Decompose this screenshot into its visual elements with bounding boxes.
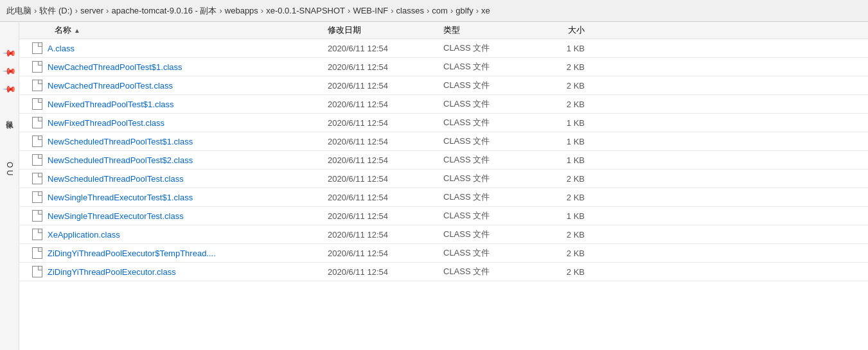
sort-arrow-icon: ▲	[74, 27, 80, 34]
file-date-cell: 2020/6/11 12:54	[328, 62, 443, 72]
file-name-cell: NewScheduledThreadPoolTest$2.class	[19, 154, 328, 166]
table-row[interactable]: NewFixedThreadPoolTest$1.class 2020/6/11…	[19, 95, 868, 113]
file-name-text: NewSingleThreadExecutorTest$1.class	[48, 193, 193, 202]
table-row[interactable]: NewScheduledThreadPoolTest$1.class 2020/…	[19, 132, 868, 150]
file-icon	[32, 173, 42, 184]
breadcrumb-sep: ›	[450, 6, 453, 15]
file-name-text: NewCachedThreadPoolTest.class	[48, 81, 173, 91]
breadcrumb-sep: ›	[427, 6, 429, 15]
file-name-text: NewScheduledThreadPoolTest$1.class	[48, 137, 193, 146]
main-container: 📌 📌 📌 鼠像 O U 名称 ▲ 修改日期 类型 大小	[0, 22, 868, 350]
breadcrumb-sep: ›	[75, 6, 78, 15]
pin-icon-3[interactable]: 📌	[2, 81, 17, 96]
file-type-cell: CLASS 文件	[443, 173, 533, 184]
breadcrumb-item[interactable]: xe-0.0.1-SNAPSHOT	[266, 6, 345, 15]
file-date-cell: 2020/6/11 12:54	[328, 81, 443, 91]
table-row[interactable]: NewCachedThreadPoolTest.class 2020/6/11 …	[19, 76, 868, 94]
file-type-cell: CLASS 文件	[443, 266, 533, 277]
file-type-cell: CLASS 文件	[443, 191, 533, 203]
file-name-cell: NewCachedThreadPoolTest.class	[19, 80, 328, 91]
table-row[interactable]: ZiDingYiThreadPoolExecutor.class 2020/6/…	[19, 263, 868, 281]
file-size-cell: 2 KB	[533, 230, 598, 240]
file-icon	[32, 136, 42, 147]
file-size-cell: 1 KB	[533, 155, 598, 165]
breadcrumb-item[interactable]: WEB-INF	[353, 6, 388, 15]
pin-icon-2[interactable]: 📌	[2, 63, 17, 78]
file-size-cell: 1 KB	[533, 44, 598, 53]
table-row[interactable]: NewFixedThreadPoolTest.class 2020/6/11 1…	[19, 114, 868, 132]
col-type-header[interactable]: 类型	[443, 24, 533, 36]
file-date-cell: 2020/6/11 12:54	[328, 267, 443, 277]
side-bottom-label: O U	[5, 162, 14, 175]
table-row[interactable]: NewScheduledThreadPoolTest.class 2020/6/…	[19, 170, 868, 188]
file-name-text: NewFixedThreadPoolTest.class	[48, 118, 164, 128]
file-date-cell: 2020/6/11 12:54	[328, 118, 443, 128]
breadcrumb-sep: ›	[391, 6, 393, 15]
breadcrumb-item[interactable]: gblfy	[456, 6, 473, 15]
file-name-cell: NewSingleThreadExecutorTest$1.class	[19, 191, 328, 203]
pin-icon[interactable]: 📌	[2, 45, 17, 60]
breadcrumb-item[interactable]: 此电脑	[6, 5, 31, 17]
file-name-text: NewSingleThreadExecutorTest.class	[48, 211, 184, 221]
breadcrumb-item[interactable]: com	[432, 6, 448, 15]
table-row[interactable]: NewSingleThreadExecutorTest$1.class 2020…	[19, 188, 868, 206]
file-type-cell: CLASS 文件	[443, 136, 533, 147]
table-row[interactable]: ZiDingYiThreadPoolExecutor$TempThread...…	[19, 244, 868, 262]
file-name-cell: ZiDingYiThreadPoolExecutor$TempThread...…	[19, 247, 328, 259]
table-row[interactable]: A.class 2020/6/11 12:54 CLASS 文件 1 KB	[19, 39, 868, 57]
file-name-cell: NewScheduledThreadPoolTest$1.class	[19, 136, 328, 147]
file-size-cell: 2 KB	[533, 174, 598, 184]
file-icon	[32, 42, 42, 54]
file-type-cell: CLASS 文件	[443, 154, 533, 166]
file-type-cell: CLASS 文件	[443, 210, 533, 222]
file-size-cell: 1 KB	[533, 137, 598, 146]
breadcrumb-sep: ›	[348, 6, 350, 15]
file-size-cell: 1 KB	[533, 118, 598, 128]
file-name-cell: A.class	[19, 42, 328, 54]
file-date-cell: 2020/6/11 12:54	[328, 155, 443, 165]
file-icon	[32, 229, 42, 240]
col-size-header[interactable]: 大小	[533, 24, 598, 36]
file-icon	[32, 154, 42, 166]
file-name-cell: NewScheduledThreadPoolTest.class	[19, 173, 328, 184]
breadcrumb-item[interactable]: apache-tomcat-9.0.16 - 副本	[111, 5, 217, 17]
file-icon	[32, 210, 42, 222]
file-size-cell: 2 KB	[533, 81, 598, 91]
file-date-cell: 2020/6/11 12:54	[328, 249, 443, 258]
breadcrumb-sep: ›	[106, 6, 109, 15]
breadcrumb: 此电脑 › 软件 (D:) › server › apache-tomcat-9…	[0, 0, 868, 22]
left-panel: 📌 📌 📌 鼠像 O U	[0, 22, 19, 350]
file-size-cell: 2 KB	[533, 249, 598, 258]
breadcrumb-sep: ›	[476, 6, 479, 15]
file-name-text: NewScheduledThreadPoolTest.class	[48, 174, 184, 184]
file-type-cell: CLASS 文件	[443, 229, 533, 240]
file-size-cell: 2 KB	[533, 62, 598, 72]
breadcrumb-item[interactable]: 软件 (D:)	[39, 5, 72, 17]
file-icon	[32, 61, 42, 73]
file-date-cell: 2020/6/11 12:54	[328, 137, 443, 146]
table-row[interactable]: NewCachedThreadPoolTest$1.class 2020/6/1…	[19, 58, 868, 76]
col-name-header[interactable]: 名称 ▲	[19, 24, 328, 36]
file-name-text: NewFixedThreadPoolTest$1.class	[48, 100, 174, 109]
file-type-cell: CLASS 文件	[443, 98, 533, 110]
file-name-text: XeApplication.class	[48, 230, 120, 240]
file-type-cell: CLASS 文件	[443, 247, 533, 259]
file-icon	[32, 191, 42, 203]
breadcrumb-item[interactable]: server	[80, 6, 103, 15]
breadcrumb-sep: ›	[261, 6, 263, 15]
file-type-cell: CLASS 文件	[443, 61, 533, 73]
table-row[interactable]: NewScheduledThreadPoolTest$2.class 2020/…	[19, 151, 868, 169]
file-name-cell: ZiDingYiThreadPoolExecutor.class	[19, 266, 328, 277]
file-name-cell: NewCachedThreadPoolTest$1.class	[19, 61, 328, 73]
table-row[interactable]: NewSingleThreadExecutorTest.class 2020/6…	[19, 207, 868, 225]
col-date-header[interactable]: 修改日期	[328, 24, 443, 36]
file-date-cell: 2020/6/11 12:54	[328, 230, 443, 240]
breadcrumb-item[interactable]: webapps	[225, 6, 258, 15]
breadcrumb-item[interactable]: classes	[396, 6, 424, 15]
file-icon	[32, 117, 42, 128]
row-divider	[19, 281, 868, 281]
breadcrumb-sep: ›	[34, 6, 37, 15]
table-row[interactable]: XeApplication.class 2020/6/11 12:54 CLAS…	[19, 225, 868, 243]
breadcrumb-item[interactable]: xe	[481, 6, 490, 15]
file-icon	[32, 247, 42, 259]
